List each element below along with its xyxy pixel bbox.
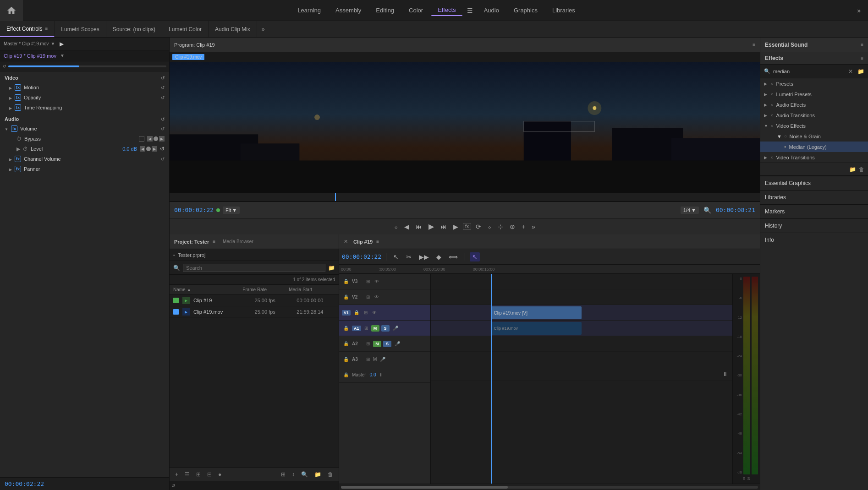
effects-section-menu-icon[interactable]: ≡ bbox=[861, 56, 863, 61]
history-header[interactable]: History bbox=[760, 219, 868, 233]
project-list-view-button[interactable]: ☰ bbox=[183, 470, 192, 479]
track-master-end[interactable]: ⏸ bbox=[378, 372, 385, 378]
track-a1-sync[interactable]: S bbox=[381, 325, 390, 332]
track-a2-mute[interactable]: M bbox=[373, 341, 381, 347]
nav-effects-menu-icon[interactable]: ☰ bbox=[464, 7, 476, 14]
nav-libraries[interactable]: Libraries bbox=[546, 5, 582, 16]
level-stopwatch-icon[interactable]: ⏱ bbox=[23, 146, 28, 152]
transport-play[interactable]: ▶ bbox=[427, 221, 436, 232]
transport-more[interactable]: » bbox=[530, 222, 537, 231]
project-grid-button[interactable]: ⊞ bbox=[279, 470, 287, 479]
timeline-tool-track-select[interactable]: ▶▶ bbox=[417, 252, 431, 261]
transport-add[interactable]: + bbox=[520, 222, 527, 231]
effect-opacity-row[interactable]: fx Opacity ↺ bbox=[0, 93, 169, 103]
effect-motion-row[interactable]: fx Motion ↺ bbox=[0, 82, 169, 93]
tree-lumetri-presets[interactable]: ▶ ▫ Lumetri Presets bbox=[760, 89, 868, 99]
track-a1-active-badge[interactable]: A1 bbox=[352, 326, 361, 331]
transport-mark-in[interactable]: ⬦ bbox=[392, 222, 400, 231]
transport-loop[interactable]: ⟳ bbox=[474, 222, 483, 231]
timeline-timecode[interactable]: 00:00:02:22 bbox=[342, 253, 381, 260]
timeline-v2[interactable] bbox=[431, 289, 732, 305]
nav-assembly[interactable]: Assembly bbox=[329, 5, 368, 16]
track-a3-settings[interactable]: ⊞ bbox=[365, 356, 371, 362]
tab-more-button[interactable]: » bbox=[257, 21, 269, 37]
timeline-end-marker[interactable]: ⏸ bbox=[722, 371, 728, 377]
timeline-tool-selection[interactable]: ↖ bbox=[470, 252, 480, 261]
timeline-scrollbar[interactable] bbox=[341, 486, 758, 489]
tab-menu-icon[interactable]: ≡ bbox=[45, 26, 48, 31]
project-search-footer-button[interactable]: 🔍 bbox=[299, 470, 310, 479]
effect-channel-volume-row[interactable]: fx Channel Volume ↺ bbox=[0, 154, 169, 164]
project-menu-icon[interactable]: ≡ bbox=[213, 239, 215, 244]
playhead-track[interactable] bbox=[170, 193, 760, 201]
level-kf-prev[interactable]: ◀ bbox=[140, 146, 145, 152]
tree-noise-grain[interactable]: ▼ ▫ Noise & Grain bbox=[760, 131, 868, 142]
effects-new-folder-button[interactable]: 📁 bbox=[849, 166, 856, 173]
nav-learning[interactable]: Learning bbox=[291, 5, 327, 16]
transport-jog-fwd[interactable]: ⏭ bbox=[439, 222, 449, 231]
track-v2-lock[interactable]: 🔒 bbox=[342, 294, 350, 300]
volume-reset-icon[interactable]: ↺ bbox=[161, 126, 165, 131]
tab-effect-controls[interactable]: Effect Controls ≡ bbox=[0, 21, 55, 37]
transport-insert[interactable]: ⊹ bbox=[496, 222, 505, 231]
timeline-tool-razor[interactable]: ✂ bbox=[404, 252, 414, 261]
timeline-close-icon[interactable]: ✕ bbox=[344, 239, 348, 245]
transport-mark-out[interactable]: ⬦ bbox=[486, 222, 493, 231]
preview-timecode-in[interactable]: 00:00:02:22 bbox=[174, 207, 214, 213]
track-v1-eye[interactable]: 👁 bbox=[371, 310, 378, 316]
preview-fit-selector[interactable]: Fit ▼ bbox=[223, 207, 240, 214]
project-sort-button[interactable]: ↕ bbox=[290, 470, 297, 479]
reset-all-icon[interactable]: ↺ bbox=[3, 64, 6, 69]
track-v2-settings[interactable]: ⊞ bbox=[365, 294, 371, 300]
transport-step-back[interactable]: ◀ bbox=[402, 222, 411, 231]
bypass-kf-next[interactable]: ▶ bbox=[159, 136, 165, 142]
nav-color[interactable]: Color bbox=[402, 5, 429, 16]
motion-expand-icon[interactable] bbox=[9, 84, 12, 91]
tab-lumetri-color[interactable]: Lumetri Color bbox=[162, 21, 209, 37]
effects-search-folder-icon[interactable]: 📁 bbox=[857, 68, 864, 75]
project-icon-view-button[interactable]: ⊞ bbox=[194, 470, 203, 479]
preview-quality-selector[interactable]: 1/4 ▼ bbox=[681, 207, 699, 214]
nav-editing[interactable]: Editing bbox=[369, 5, 401, 16]
timeline-v3[interactable] bbox=[431, 274, 732, 289]
preview-zoom-icon[interactable]: 🔍 bbox=[702, 206, 713, 215]
nav-effects[interactable]: Effects bbox=[431, 5, 462, 16]
level-value[interactable]: 0.0 dB bbox=[122, 146, 137, 152]
project-freeform-view-button[interactable]: ⊟ bbox=[205, 470, 214, 479]
project-search-input[interactable] bbox=[183, 264, 325, 272]
nav-audio[interactable]: Audio bbox=[478, 5, 505, 16]
timeline-v1[interactable]: Clip #19.mov [V] bbox=[431, 305, 732, 321]
timeline-tool-arrow[interactable]: ↖ bbox=[391, 252, 401, 261]
essential-sound-menu-icon[interactable]: ≡ bbox=[861, 42, 863, 47]
transport-step-fwd[interactable]: ▶ bbox=[451, 222, 460, 231]
project-zoom-button[interactable]: ● bbox=[216, 470, 223, 479]
tree-video-effects[interactable]: ▼ ▫ Video Effects bbox=[760, 120, 868, 131]
tree-video-transitions[interactable]: ▶ ▫ Video Transitions bbox=[760, 152, 868, 163]
project-media-browser-tab[interactable]: Media Browser bbox=[223, 239, 253, 244]
timeline-a3[interactable] bbox=[431, 352, 732, 367]
project-new-bin-button[interactable]: + bbox=[173, 470, 180, 479]
channel-volume-reset-icon[interactable]: ↺ bbox=[161, 157, 165, 162]
project-item-clip19[interactable]: ▶ Clip #19 25.00 fps 00:00:00:00 bbox=[170, 295, 339, 306]
clip-v1-block[interactable]: Clip #19.mov [V] bbox=[491, 306, 582, 319]
track-a2-settings[interactable]: ⊞ bbox=[365, 341, 371, 347]
level-expand-icon[interactable]: ▶ bbox=[16, 146, 20, 152]
tab-audio-clip-mix[interactable]: Audio Clip Mix bbox=[209, 21, 257, 37]
level-reset-icon[interactable]: ↺ bbox=[160, 146, 165, 152]
channel-volume-expand-icon[interactable] bbox=[9, 156, 12, 162]
track-v3-lock[interactable]: 🔒 bbox=[342, 278, 350, 284]
timeline-a2[interactable] bbox=[431, 336, 732, 352]
level-kf-next[interactable]: ▶ bbox=[152, 146, 157, 152]
timeline-tool-slip[interactable]: ⟺ bbox=[446, 252, 460, 261]
effects-search-input[interactable] bbox=[773, 69, 846, 74]
track-v1-active-badge[interactable]: V1 bbox=[342, 310, 351, 316]
effect-panner-row[interactable]: fx Panner bbox=[0, 164, 169, 174]
preview-menu-icon[interactable]: ≡ bbox=[753, 42, 755, 47]
track-a2-lock[interactable]: 🔒 bbox=[342, 341, 350, 347]
tab-source[interactable]: Source: (no clips) bbox=[106, 21, 162, 37]
track-a1-lock[interactable]: 🔒 bbox=[342, 325, 350, 331]
tree-presets[interactable]: ▶ ▫ Presets bbox=[760, 78, 868, 89]
tree-median-legacy[interactable]: ▪ Median (Legacy) bbox=[760, 142, 868, 152]
video-section-reset[interactable]: ↺ bbox=[161, 76, 165, 81]
essential-graphics-header[interactable]: Essential Graphics bbox=[760, 176, 868, 190]
